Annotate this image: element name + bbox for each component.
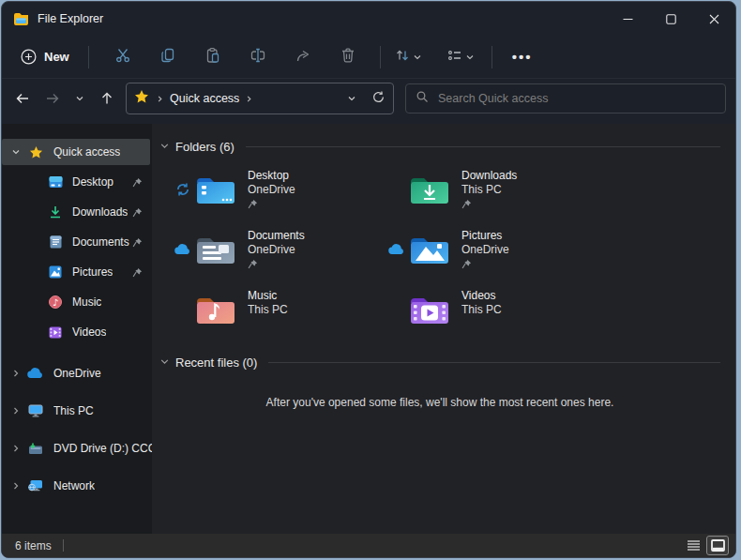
- sidebar-item-label: Desktop: [72, 175, 113, 189]
- refresh-button[interactable]: [371, 90, 386, 108]
- back-button[interactable]: [8, 83, 38, 114]
- minimize-button[interactable]: [606, 2, 649, 36]
- folders-section-header[interactable]: Folders (6): [159, 137, 720, 156]
- document-icon: [47, 235, 64, 249]
- tile-name: Documents: [248, 229, 305, 243]
- share-button[interactable]: [284, 41, 322, 73]
- up-button[interactable]: [92, 83, 122, 114]
- sidebar-item-label: Music: [72, 295, 101, 309]
- large-icons-view-button[interactable]: [707, 537, 728, 554]
- toolbar-separator: [491, 46, 492, 68]
- tile-name: Downloads: [461, 169, 517, 183]
- download-icon: [47, 205, 64, 219]
- see-more-button[interactable]: •••: [504, 41, 541, 73]
- video-icon: [47, 326, 64, 339]
- file-explorer-window: File Explorer New: [1, 1, 736, 558]
- statusbar-divider: [63, 539, 64, 552]
- sidebar-item-label: DVD Drive (D:) CCCC: [53, 442, 152, 455]
- star-icon: [26, 145, 45, 159]
- breadcrumb-quick-access[interactable]: Quick access: [170, 92, 239, 105]
- file-explorer-icon: [13, 12, 29, 25]
- sidebar-item-videos[interactable]: Videos: [2, 317, 152, 347]
- pin-icon: [132, 237, 143, 248]
- sidebar-item-this-pc[interactable]: This PC: [2, 392, 152, 430]
- sidebar-item-label: Network: [53, 479, 95, 492]
- folders-section-title: Folders (6): [175, 140, 234, 154]
- details-view-button[interactable]: [683, 537, 703, 554]
- close-button[interactable]: [692, 2, 735, 36]
- folder-tile-documents[interactable]: Documents OneDrive: [171, 227, 385, 272]
- chevron-right-icon[interactable]: [6, 481, 26, 491]
- ellipsis-icon: •••: [512, 49, 533, 65]
- chevron-right-icon[interactable]: [6, 369, 26, 378]
- folder-tile-music[interactable]: Music This PC: [171, 287, 385, 332]
- computer-icon: [26, 404, 45, 417]
- sidebar-item-label: Videos: [72, 325, 106, 339]
- pin-icon: [132, 207, 143, 218]
- rename-icon: [250, 47, 266, 68]
- search-input[interactable]: [438, 92, 716, 105]
- new-button-label: New: [44, 50, 69, 64]
- maximize-button[interactable]: [649, 2, 692, 36]
- delete-button[interactable]: [329, 41, 367, 73]
- view-button[interactable]: [441, 47, 480, 68]
- sidebar-item-dvd-drive[interactable]: DVD Drive (D:) CCCC: [2, 430, 152, 467]
- sidebar-item-label: Quick access: [53, 145, 120, 159]
- chevron-right-icon[interactable]: [6, 406, 26, 416]
- sidebar-item-label: OneDrive: [53, 367, 101, 380]
- copy-icon: [159, 47, 176, 68]
- search-box[interactable]: [405, 83, 726, 114]
- address-bar[interactable]: Quick access: [126, 83, 394, 114]
- sidebar-item-network[interactable]: Network: [2, 467, 152, 505]
- recent-locations-button[interactable]: [68, 83, 92, 114]
- chevron-down-icon[interactable]: [6, 147, 26, 157]
- cut-button[interactable]: [104, 41, 142, 73]
- sidebar-item-pictures[interactable]: Pictures: [2, 257, 152, 287]
- search-icon: [416, 90, 429, 107]
- tile-location: This PC: [461, 303, 502, 317]
- breadcrumb-separator-icon: [156, 90, 164, 107]
- sort-icon: [394, 47, 411, 68]
- tile-name: Desktop: [248, 169, 295, 183]
- desktop-folder-icon: [195, 167, 240, 212]
- pin-icon: [461, 199, 517, 209]
- sidebar-item-onedrive[interactable]: OneDrive: [2, 355, 152, 392]
- folder-tile-desktop[interactable]: Desktop OneDrive: [171, 167, 385, 212]
- sidebar-item-music[interactable]: ♪ Music: [2, 287, 152, 317]
- folder-tile-videos[interactable]: Videos This PC: [385, 287, 598, 332]
- address-dropdown-chevron-icon[interactable]: [347, 90, 356, 107]
- items-view: Folders (6): [152, 124, 735, 534]
- forward-button[interactable]: [38, 83, 68, 114]
- pin-icon: [461, 259, 509, 269]
- sidebar-item-label: Documents: [72, 235, 129, 249]
- rename-button[interactable]: [239, 41, 277, 73]
- sidebar-item-desktop[interactable]: Desktop: [2, 167, 152, 197]
- view-list-icon: [446, 47, 463, 68]
- recent-files-section-header[interactable]: Recent files (0): [159, 353, 720, 371]
- tile-location: This PC: [248, 303, 288, 317]
- folder-tile-downloads[interactable]: Downloads This PC: [385, 167, 598, 212]
- tile-name: Videos: [461, 289, 502, 303]
- plus-circle-icon: [21, 49, 37, 65]
- scissors-icon: [114, 47, 131, 68]
- items-count: 6 items: [15, 539, 52, 552]
- sidebar-item-quick-access[interactable]: Quick access: [2, 139, 150, 165]
- paste-button[interactable]: [194, 41, 232, 73]
- folder-tile-pictures[interactable]: Pictures OneDrive: [385, 227, 598, 272]
- new-button[interactable]: New: [9, 43, 81, 70]
- chevron-down-icon[interactable]: [159, 138, 170, 155]
- chevron-down-icon: [413, 49, 422, 66]
- chevron-right-icon[interactable]: [6, 444, 26, 453]
- sidebar-item-downloads[interactable]: Downloads: [2, 197, 152, 227]
- sort-button[interactable]: [388, 47, 428, 68]
- chevron-down-icon[interactable]: [159, 354, 170, 371]
- cloud-icon: [385, 227, 409, 272]
- status-bar: 6 items: [2, 534, 735, 557]
- pin-icon: [248, 199, 295, 209]
- sync-icon: [171, 167, 195, 212]
- navigation-pane: Quick access Desktop: [2, 124, 152, 534]
- copy-button[interactable]: [149, 41, 187, 73]
- sidebar-item-documents[interactable]: Documents: [2, 227, 152, 257]
- window-title: File Explorer: [38, 12, 103, 25]
- music-folder-icon: [195, 287, 240, 332]
